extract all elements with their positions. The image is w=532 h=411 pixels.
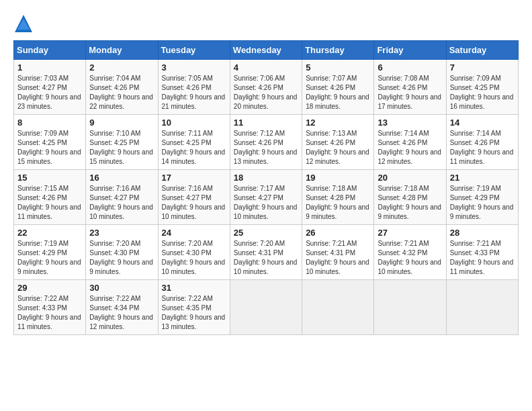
- day-number: 22: [17, 228, 82, 238]
- calendar-body: 1 Sunrise: 7:03 AM Sunset: 4:27 PM Dayli…: [14, 60, 519, 335]
- day-cell: 7 Sunrise: 7:09 AM Sunset: 4:25 PM Dayli…: [446, 60, 518, 115]
- day-number: 28: [450, 228, 515, 238]
- day-number: 8: [17, 118, 82, 128]
- day-number: 31: [162, 283, 226, 293]
- day-info: Sunrise: 7:21 AM Sunset: 4:31 PM Dayligh…: [306, 239, 370, 277]
- day-info: Sunrise: 7:20 AM Sunset: 4:31 PM Dayligh…: [234, 239, 298, 277]
- day-cell: 4 Sunrise: 7:06 AM Sunset: 4:26 PM Dayli…: [230, 60, 302, 115]
- header-friday: Friday: [374, 41, 446, 60]
- day-cell: 23 Sunrise: 7:20 AM Sunset: 4:30 PM Dayl…: [86, 225, 158, 280]
- week-row-5: 29 Sunrise: 7:22 AM Sunset: 4:33 PM Dayl…: [14, 280, 519, 335]
- day-info: Sunrise: 7:22 AM Sunset: 4:33 PM Dayligh…: [17, 294, 82, 332]
- day-info: Sunrise: 7:22 AM Sunset: 4:35 PM Dayligh…: [162, 294, 226, 332]
- day-info: Sunrise: 7:14 AM Sunset: 4:26 PM Dayligh…: [450, 129, 515, 167]
- day-cell: 15 Sunrise: 7:15 AM Sunset: 4:26 PM Dayl…: [14, 170, 86, 225]
- day-info: Sunrise: 7:04 AM Sunset: 4:26 PM Dayligh…: [89, 74, 154, 111]
- day-number: 25: [234, 228, 298, 238]
- day-info: Sunrise: 7:12 AM Sunset: 4:26 PM Dayligh…: [234, 129, 298, 167]
- day-cell: 11 Sunrise: 7:12 AM Sunset: 4:26 PM Dayl…: [230, 115, 302, 170]
- day-number: 5: [306, 62, 370, 73]
- day-number: 4: [234, 62, 298, 73]
- day-info: Sunrise: 7:20 AM Sunset: 4:30 PM Dayligh…: [162, 239, 226, 277]
- week-row-2: 8 Sunrise: 7:09 AM Sunset: 4:25 PM Dayli…: [14, 115, 519, 170]
- day-cell: [374, 280, 446, 335]
- day-number: 21: [450, 173, 515, 183]
- day-cell: 29 Sunrise: 7:22 AM Sunset: 4:33 PM Dayl…: [14, 280, 86, 335]
- day-cell: 12 Sunrise: 7:13 AM Sunset: 4:26 PM Dayl…: [302, 115, 374, 170]
- day-number: 27: [378, 228, 442, 238]
- day-cell: 2 Sunrise: 7:04 AM Sunset: 4:26 PM Dayli…: [86, 60, 158, 115]
- header-thursday: Thursday: [302, 41, 374, 60]
- day-info: Sunrise: 7:22 AM Sunset: 4:34 PM Dayligh…: [89, 294, 154, 332]
- day-info: Sunrise: 7:16 AM Sunset: 4:27 PM Dayligh…: [89, 184, 154, 222]
- day-number: 14: [450, 118, 515, 128]
- day-cell: 21 Sunrise: 7:19 AM Sunset: 4:29 PM Dayl…: [446, 170, 518, 225]
- day-info: Sunrise: 7:10 AM Sunset: 4:25 PM Dayligh…: [89, 129, 154, 167]
- day-cell: 27 Sunrise: 7:21 AM Sunset: 4:32 PM Dayl…: [374, 225, 446, 280]
- day-info: Sunrise: 7:05 AM Sunset: 4:26 PM Dayligh…: [162, 74, 226, 111]
- day-number: 29: [17, 283, 82, 293]
- day-info: Sunrise: 7:19 AM Sunset: 4:29 PM Dayligh…: [17, 239, 82, 277]
- day-cell: 20 Sunrise: 7:18 AM Sunset: 4:28 PM Dayl…: [374, 170, 446, 225]
- logo-icon: [13, 13, 34, 34]
- day-cell: 10 Sunrise: 7:11 AM Sunset: 4:25 PM Dayl…: [158, 115, 230, 170]
- day-number: 7: [450, 62, 515, 73]
- day-cell: 6 Sunrise: 7:08 AM Sunset: 4:26 PM Dayli…: [374, 60, 446, 115]
- week-row-4: 22 Sunrise: 7:19 AM Sunset: 4:29 PM Dayl…: [14, 225, 519, 280]
- day-cell: 25 Sunrise: 7:20 AM Sunset: 4:31 PM Dayl…: [230, 225, 302, 280]
- day-cell: 18 Sunrise: 7:17 AM Sunset: 4:27 PM Dayl…: [230, 170, 302, 225]
- day-cell: 28 Sunrise: 7:21 AM Sunset: 4:33 PM Dayl…: [446, 225, 518, 280]
- calendar-header: SundayMondayTuesdayWednesdayThursdayFrid…: [14, 41, 519, 60]
- day-number: 3: [162, 62, 226, 73]
- day-cell: 16 Sunrise: 7:16 AM Sunset: 4:27 PM Dayl…: [86, 170, 158, 225]
- header-saturday: Saturday: [446, 41, 518, 60]
- day-number: 17: [162, 173, 226, 183]
- header-tuesday: Tuesday: [158, 41, 230, 60]
- day-info: Sunrise: 7:15 AM Sunset: 4:26 PM Dayligh…: [17, 184, 82, 222]
- day-info: Sunrise: 7:18 AM Sunset: 4:28 PM Dayligh…: [306, 184, 370, 222]
- day-number: 24: [162, 228, 226, 238]
- day-number: 20: [378, 173, 442, 183]
- day-info: Sunrise: 7:03 AM Sunset: 4:27 PM Dayligh…: [17, 74, 82, 111]
- day-info: Sunrise: 7:21 AM Sunset: 4:33 PM Dayligh…: [450, 239, 515, 277]
- day-cell: 26 Sunrise: 7:21 AM Sunset: 4:31 PM Dayl…: [302, 225, 374, 280]
- day-number: 19: [306, 173, 370, 183]
- day-number: 18: [234, 173, 298, 183]
- week-row-3: 15 Sunrise: 7:15 AM Sunset: 4:26 PM Dayl…: [14, 170, 519, 225]
- day-info: Sunrise: 7:11 AM Sunset: 4:25 PM Dayligh…: [162, 129, 226, 167]
- day-number: 13: [378, 118, 442, 128]
- day-info: Sunrise: 7:21 AM Sunset: 4:32 PM Dayligh…: [378, 239, 442, 277]
- day-info: Sunrise: 7:08 AM Sunset: 4:26 PM Dayligh…: [378, 74, 442, 111]
- day-info: Sunrise: 7:07 AM Sunset: 4:26 PM Dayligh…: [306, 74, 370, 111]
- day-info: Sunrise: 7:20 AM Sunset: 4:30 PM Dayligh…: [89, 239, 154, 277]
- day-number: 6: [378, 62, 442, 73]
- logo: [13, 13, 36, 34]
- day-cell: 13 Sunrise: 7:14 AM Sunset: 4:26 PM Dayl…: [374, 115, 446, 170]
- day-number: 2: [89, 62, 154, 73]
- day-cell: 14 Sunrise: 7:14 AM Sunset: 4:26 PM Dayl…: [446, 115, 518, 170]
- day-number: 12: [306, 118, 370, 128]
- day-cell: [230, 280, 302, 335]
- header-wednesday: Wednesday: [230, 41, 302, 60]
- day-info: Sunrise: 7:16 AM Sunset: 4:27 PM Dayligh…: [162, 184, 226, 222]
- day-info: Sunrise: 7:09 AM Sunset: 4:25 PM Dayligh…: [450, 74, 515, 111]
- day-cell: 22 Sunrise: 7:19 AM Sunset: 4:29 PM Dayl…: [14, 225, 86, 280]
- day-number: 9: [89, 118, 154, 128]
- day-number: 26: [306, 228, 370, 238]
- day-info: Sunrise: 7:18 AM Sunset: 4:28 PM Dayligh…: [378, 184, 442, 222]
- day-number: 11: [234, 118, 298, 128]
- day-info: Sunrise: 7:06 AM Sunset: 4:26 PM Dayligh…: [234, 74, 298, 111]
- day-info: Sunrise: 7:17 AM Sunset: 4:27 PM Dayligh…: [234, 184, 298, 222]
- day-cell: 1 Sunrise: 7:03 AM Sunset: 4:27 PM Dayli…: [14, 60, 86, 115]
- day-number: 16: [89, 173, 154, 183]
- day-info: Sunrise: 7:09 AM Sunset: 4:25 PM Dayligh…: [17, 129, 82, 167]
- day-cell: 19 Sunrise: 7:18 AM Sunset: 4:28 PM Dayl…: [302, 170, 374, 225]
- day-cell: 3 Sunrise: 7:05 AM Sunset: 4:26 PM Dayli…: [158, 60, 230, 115]
- day-cell: 24 Sunrise: 7:20 AM Sunset: 4:30 PM Dayl…: [158, 225, 230, 280]
- header-sunday: Sunday: [14, 41, 86, 60]
- day-number: 30: [89, 283, 154, 293]
- header: [13, 13, 519, 34]
- header-row: SundayMondayTuesdayWednesdayThursdayFrid…: [14, 41, 519, 60]
- day-cell: 17 Sunrise: 7:16 AM Sunset: 4:27 PM Dayl…: [158, 170, 230, 225]
- day-cell: [302, 280, 374, 335]
